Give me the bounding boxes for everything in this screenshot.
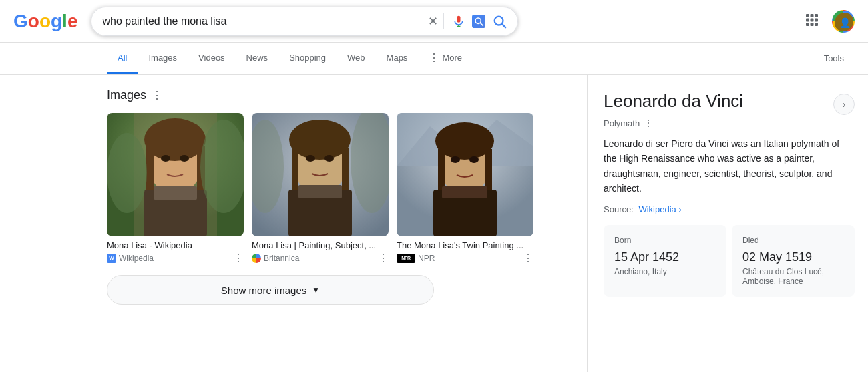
kc-fact-born-label: Born <box>614 236 716 245</box>
nav-item-videos[interactable]: Videos <box>188 43 236 74</box>
kc-fact-born-detail: Anchiano, Italy <box>614 267 716 276</box>
kc-title: Leonardo da Vinci <box>604 91 833 112</box>
lens-button[interactable] <box>472 15 485 28</box>
kc-subtitle-menu-icon[interactable]: ⋮ <box>644 118 653 128</box>
nav-item-web[interactable]: Web <box>337 43 376 74</box>
nav-item-images[interactable]: Images <box>138 43 188 74</box>
svg-point-46 <box>469 156 479 163</box>
external-link-arrow: › <box>678 204 681 214</box>
svg-rect-48 <box>442 186 487 198</box>
nav-item-news[interactable]: News <box>236 43 279 74</box>
show-more-images-button[interactable]: Show more images ▼ <box>107 275 434 305</box>
nav-bar: All Images Videos News Shopping Web Maps… <box>0 43 868 75</box>
header: Google ✕ <box>0 0 868 43</box>
search-submit-button[interactable] <box>492 14 507 29</box>
image-item-2[interactable]: Mona Lisa | Painting, Subject, ... Brita… <box>252 113 389 264</box>
svg-rect-24 <box>154 186 197 200</box>
svg-rect-11 <box>815 19 818 22</box>
google-logo[interactable]: Google <box>13 11 77 32</box>
kc-facts-grid: Born 15 Apr 1452 Anchiano, Italy Died 02… <box>604 225 855 297</box>
image-item-3[interactable]: The Mona Lisa's Twin Painting ... NPR NP… <box>397 113 533 264</box>
kc-description: Leonardo di ser Piero da Vinci was an It… <box>604 136 855 196</box>
kc-fact-died: Died 02 May 1519 Château du Clos Lucé, A… <box>732 225 855 297</box>
source-name-2: Britannica <box>264 254 299 263</box>
image-thumb-3 <box>397 113 533 236</box>
kc-fact-died-detail: Château du Clos Lucé, Amboise, France <box>742 267 844 286</box>
nav-item-more[interactable]: ⋮ More <box>418 43 473 74</box>
svg-line-5 <box>503 24 506 27</box>
section-header: Images ⋮ <box>107 88 574 102</box>
svg-rect-8 <box>815 14 818 17</box>
image-source-3: NPR NPR ⋮ <box>397 252 533 264</box>
kc-title-row: Leonardo da Vinci › <box>604 91 855 115</box>
image-thumb-2 <box>252 113 389 236</box>
svg-rect-10 <box>811 19 814 22</box>
svg-point-33 <box>324 155 334 162</box>
lens-icon <box>472 15 485 28</box>
wikipedia-favicon: W <box>107 254 116 263</box>
image-source-1: W Wikipedia ⋮ <box>107 252 244 264</box>
kc-subtitle-row: Polymath ⋮ <box>604 118 855 128</box>
svg-rect-7 <box>811 14 814 17</box>
kc-fact-died-label: Died <box>742 236 844 245</box>
images-section: Images ⋮ <box>107 88 574 305</box>
svg-rect-13 <box>811 23 814 26</box>
svg-rect-12 <box>806 23 809 26</box>
svg-point-21 <box>161 155 170 162</box>
kc-wikipedia-link[interactable]: Wikipedia › <box>638 204 681 214</box>
clear-button[interactable]: ✕ <box>428 14 438 29</box>
nav-item-shopping[interactable]: Shopping <box>278 43 337 74</box>
svg-point-22 <box>180 155 189 162</box>
kc-source-row: Source: Wikipedia › <box>604 204 855 214</box>
nav-item-maps[interactable]: Maps <box>376 43 419 74</box>
images-grid: Mona Lisa - Wikipedia W Wikipedia ⋮ <box>107 113 574 264</box>
kc-fact-born-value: 15 Apr 1452 <box>614 250 716 264</box>
more-options-3[interactable]: ⋮ <box>523 252 533 264</box>
more-options-1[interactable]: ⋮ <box>233 252 244 264</box>
svg-rect-6 <box>806 14 809 17</box>
npr-favicon: NPR <box>397 254 415 263</box>
image-item-1[interactable]: Mona Lisa - Wikipedia W Wikipedia ⋮ <box>107 113 244 264</box>
kc-next-button[interactable]: › <box>833 94 855 115</box>
image-label-3: The Mona Lisa's Twin Painting ... <box>397 240 533 250</box>
svg-point-45 <box>451 156 460 163</box>
user-avatar[interactable]: 👤 <box>832 10 855 33</box>
svg-rect-14 <box>815 23 818 26</box>
source-name-1: Wikipedia <box>119 254 154 263</box>
microphone-icon <box>452 15 465 28</box>
more-dots-icon: ⋮ <box>429 51 439 64</box>
search-icon <box>492 14 507 29</box>
nav-item-all[interactable]: All <box>107 43 138 74</box>
image-label-2: Mona Lisa | Painting, Subject, ... <box>252 240 389 250</box>
mona-lisa-2-illustration <box>252 113 389 236</box>
svg-point-25 <box>107 133 147 213</box>
mona-lisa-1-illustration <box>107 113 244 236</box>
svg-rect-9 <box>806 19 809 22</box>
main-content: Images ⋮ <box>0 75 868 372</box>
image-source-2: Britannica ⋮ <box>252 252 389 264</box>
chevron-down-icon: ▼ <box>312 285 320 295</box>
image-label-1: Mona Lisa - Wikipedia <box>107 240 244 250</box>
microphone-button[interactable] <box>452 15 465 28</box>
right-panel: Leonardo da Vinci › Polymath ⋮ Leonardo … <box>588 75 868 372</box>
images-title: Images <box>107 88 146 102</box>
search-input[interactable] <box>102 15 428 27</box>
apps-grid-button[interactable] <box>800 8 824 34</box>
search-bar: ✕ <box>91 7 518 36</box>
section-menu-icon[interactable]: ⋮ <box>152 89 162 102</box>
source-name-3: NPR <box>418 254 435 263</box>
svg-point-32 <box>306 155 315 162</box>
kc-fact-died-value: 02 May 1519 <box>742 250 844 264</box>
nav-tools[interactable]: Tools <box>813 43 855 74</box>
britannica-favicon <box>252 254 261 263</box>
image-thumb-1 <box>107 113 244 236</box>
svg-rect-1 <box>472 15 485 28</box>
svg-rect-35 <box>298 185 342 198</box>
apps-grid-icon <box>805 13 819 27</box>
svg-rect-0 <box>457 15 461 22</box>
knowledge-card: Leonardo da Vinci › Polymath ⋮ Leonardo … <box>604 91 855 297</box>
mona-lisa-3-illustration <box>397 113 533 236</box>
left-panel: Images ⋮ <box>0 75 587 372</box>
kc-fact-born: Born 15 Apr 1452 Anchiano, Italy <box>604 225 726 297</box>
more-options-2[interactable]: ⋮ <box>378 252 389 264</box>
